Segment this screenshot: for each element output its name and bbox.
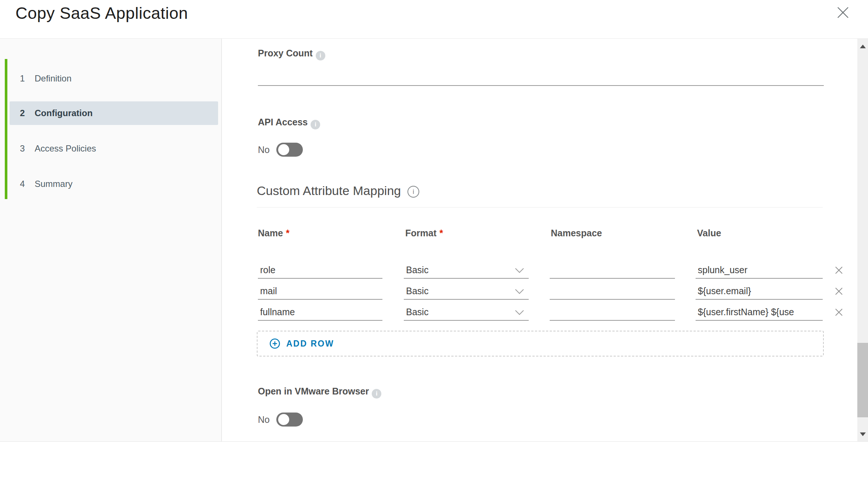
api-access-toggle-row: No — [258, 143, 303, 157]
step-summary[interactable]: 4 Summary — [10, 172, 218, 196]
open-in-vmware-browser-state: No — [258, 414, 270, 425]
value-input[interactable]: ${user.email} — [696, 283, 823, 300]
chevron-down-icon — [515, 289, 524, 295]
value-input[interactable]: ${user.firstName} ${use — [696, 304, 823, 321]
step-number: 1 — [20, 73, 27, 84]
remove-row-button[interactable] — [833, 307, 845, 319]
info-icon[interactable]: i — [316, 51, 325, 60]
step-configuration[interactable]: 2 Configuration — [10, 101, 218, 125]
name-input[interactable]: fullname — [258, 304, 382, 321]
namespace-input[interactable] — [550, 262, 675, 279]
remove-x-icon — [834, 308, 843, 317]
name-input[interactable]: role — [258, 262, 382, 279]
attribute-row: role Basic splunk_user — [222, 262, 857, 279]
toggle-knob — [278, 414, 289, 425]
scrollbar-thumb[interactable] — [857, 343, 868, 417]
wizard-steps-sidebar: 1 Definition 2 Configuration 3 Access Po… — [0, 39, 222, 441]
dialog-title: Copy SaaS Application — [15, 4, 188, 23]
open-in-vmware-browser-label: Open in VMware Browseri — [258, 386, 381, 399]
plus-circle-icon — [269, 338, 280, 349]
remove-row-button[interactable] — [833, 286, 845, 298]
step-label: Definition — [35, 73, 71, 84]
required-marker: * — [286, 228, 290, 238]
api-access-label: API Accessi — [258, 117, 320, 129]
toggle-knob — [278, 144, 289, 155]
column-header-namespace: Namespace — [551, 228, 605, 239]
attribute-row: fullname Basic ${user.firstName} ${use — [222, 304, 857, 321]
format-select[interactable]: Basic — [404, 304, 529, 321]
name-input[interactable]: mail — [258, 283, 382, 300]
column-header-value: Value — [697, 228, 724, 239]
vertical-scrollbar[interactable] — [857, 39, 868, 441]
info-icon[interactable]: i — [407, 186, 419, 198]
proxy-count-label: Proxy Counti — [258, 48, 325, 60]
copy-saas-application-dialog: Copy SaaS Application 1 Definition 2 Con… — [0, 0, 868, 494]
close-button[interactable] — [836, 5, 850, 20]
remove-x-icon — [834, 266, 843, 275]
step-access-policies[interactable]: 3 Access Policies — [10, 137, 218, 160]
namespace-input[interactable] — [550, 283, 675, 300]
info-icon[interactable]: i — [372, 389, 381, 399]
add-row-label: ADD ROW — [286, 339, 334, 349]
info-icon[interactable]: i — [311, 120, 320, 129]
attribute-row: mail Basic ${user.email} — [222, 283, 857, 300]
custom-attribute-mapping-heading: Custom Attribute Mappingi — [257, 184, 419, 198]
column-header-name: Name* — [258, 228, 290, 239]
step-label: Configuration — [35, 108, 92, 118]
dialog-header: Copy SaaS Application — [0, 0, 868, 39]
proxy-count-input[interactable] — [258, 67, 824, 86]
step-number: 3 — [20, 143, 27, 154]
column-header-format: Format* — [405, 228, 443, 239]
required-marker: * — [440, 228, 443, 238]
step-number: 2 — [20, 108, 27, 118]
open-in-vmware-browser-toggle[interactable] — [276, 413, 303, 427]
open-in-vmware-browser-toggle-row: No — [258, 413, 303, 427]
step-label: Summary — [35, 179, 73, 189]
api-access-state: No — [258, 145, 270, 155]
section-divider — [257, 207, 823, 208]
add-row-button[interactable]: ADD ROW — [257, 331, 824, 356]
scroll-down-arrow-icon[interactable] — [860, 432, 866, 436]
remove-row-button[interactable] — [833, 265, 845, 276]
dialog-footer: CANCEL BACK NEXT — [0, 441, 868, 494]
scroll-up-arrow-icon[interactable] — [860, 45, 866, 48]
step-label: Access Policies — [35, 143, 96, 154]
chevron-down-icon — [515, 268, 524, 274]
close-icon — [836, 5, 850, 20]
configuration-form: Proxy Counti API Accessi No Custom Attri… — [222, 39, 857, 441]
namespace-input[interactable] — [550, 304, 675, 321]
step-definition[interactable]: 1 Definition — [10, 67, 218, 90]
step-number: 4 — [20, 179, 27, 189]
wizard-progress-bar — [5, 59, 7, 199]
value-input[interactable]: splunk_user — [696, 262, 823, 279]
chevron-down-icon — [515, 310, 524, 316]
remove-x-icon — [834, 287, 843, 296]
format-select[interactable]: Basic — [404, 283, 529, 300]
format-select[interactable]: Basic — [404, 262, 529, 279]
api-access-toggle[interactable] — [276, 143, 303, 157]
